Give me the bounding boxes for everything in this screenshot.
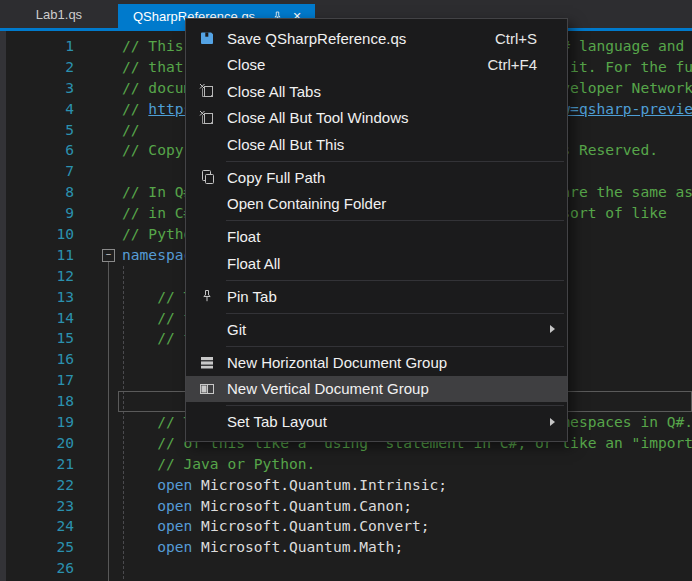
menu-item-label: Close All Tabs <box>227 83 567 100</box>
menu-item-open-containing-folder[interactable]: Open Containing Folder <box>186 191 567 218</box>
menu-item-close-all-but-this[interactable]: Close All But This <box>186 131 567 158</box>
menu-separator <box>186 310 567 317</box>
menu-item-shortcut: Ctrl+S <box>495 30 537 47</box>
copy-icon <box>186 169 227 185</box>
line-number: 2 <box>0 57 74 78</box>
line-number: 15 <box>0 328 74 349</box>
tab-lab1-qs[interactable]: Lab1.qs <box>0 0 118 28</box>
code-line[interactable]: 26 <box>0 558 692 579</box>
menu-item-copy-full-path[interactable]: Copy Full Path <box>186 164 567 191</box>
menu-separator <box>186 158 567 165</box>
code-token <box>122 476 157 493</box>
line-number: 19 <box>0 412 74 433</box>
menu-separator <box>186 277 567 284</box>
code-text <box>74 349 122 370</box>
line-number: 3 <box>0 78 74 99</box>
menu-item-close-all-tabs[interactable]: Close All Tabs <box>186 78 567 105</box>
menu-item-label: Pin Tab <box>227 288 567 305</box>
menu-item-new-vertical-document-group[interactable]: New Vertical Document Group <box>186 376 567 403</box>
code-token <box>122 497 157 514</box>
code-line[interactable]: 22 open Microsoft.Quantum.Intrinsic; <box>0 475 692 496</box>
horizontal-group-icon <box>186 354 227 370</box>
code-token: open <box>157 538 192 555</box>
line-number: 18 <box>0 391 74 412</box>
menu-item-pin-tab[interactable]: Pin Tab <box>186 283 567 310</box>
line-number: 25 <box>0 537 74 558</box>
submenu-arrow-icon <box>550 418 555 426</box>
line-number: 12 <box>0 266 74 287</box>
code-text <box>74 161 122 182</box>
line-number: 22 <box>0 475 74 496</box>
line-number: 9 <box>0 203 74 224</box>
menu-item-new-horizontal-document-group[interactable]: New Horizontal Document Group <box>186 349 567 376</box>
menu-item-float[interactable]: Float <box>186 224 567 251</box>
menu-item-label: Float <box>227 228 567 245</box>
menu-item-label: Save QSharpReference.qs <box>227 30 495 47</box>
menu-separator <box>186 402 567 409</box>
line-number: 8 <box>0 182 74 203</box>
menu-item-label: Open Containing Folder <box>227 195 567 212</box>
code-line[interactable]: 25 open Microsoft.Quantum.Math; <box>0 537 692 558</box>
code-line[interactable]: 23 open Microsoft.Quantum.Canon; <box>0 496 692 517</box>
code-text: open Microsoft.Quantum.Math; <box>74 537 403 558</box>
menu-item-label: New Horizontal Document Group <box>227 354 567 371</box>
line-number: 1 <box>0 36 74 57</box>
menu-item-close[interactable]: CloseCtrl+F4 <box>186 52 567 79</box>
close-all-tabs-icon <box>186 83 227 99</box>
line-number: 13 <box>0 287 74 308</box>
close-all-but-tool-windows-icon <box>186 110 227 126</box>
code-token: Microsoft.Quantum.Intrinsic; <box>192 476 447 493</box>
code-token: open <box>157 497 192 514</box>
menu-item-label: Float All <box>227 255 567 272</box>
code-token: // <box>122 121 140 138</box>
menu-item-label: Close All But Tool Windows <box>227 109 567 126</box>
line-number: 20 <box>0 433 74 454</box>
code-line[interactable]: 24 open Microsoft.Quantum.Convert; <box>0 516 692 537</box>
line-number: 11 <box>0 245 74 266</box>
line-number: 7 <box>0 161 74 182</box>
code-token: // Java or Python. <box>122 455 315 472</box>
code-text: open Microsoft.Quantum.Convert; <box>74 516 430 537</box>
code-text <box>74 266 122 287</box>
line-number: 10 <box>0 224 74 245</box>
menu-item-float-all[interactable]: Float All <box>186 250 567 277</box>
code-line[interactable]: 21 // Java or Python. <box>0 454 692 475</box>
submenu-arrow-icon <box>550 325 555 333</box>
save-icon <box>186 30 227 46</box>
fold-collapse-marker[interactable]: − <box>102 249 115 262</box>
line-number: 6 <box>0 140 74 161</box>
menu-item-label: Copy Full Path <box>227 169 567 186</box>
line-number: 5 <box>0 120 74 141</box>
code-token <box>122 517 157 534</box>
code-token: Microsoft.Quantum.Convert; <box>192 517 429 534</box>
line-number: 16 <box>0 349 74 370</box>
code-text <box>74 558 122 579</box>
menu-item-label: Git <box>227 321 550 338</box>
menu-item-label: New Vertical Document Group <box>227 380 567 397</box>
code-text: open Microsoft.Quantum.Canon; <box>74 496 412 517</box>
menu-item-label: Set Tab Layout <box>227 413 550 430</box>
menu-separator <box>186 217 567 224</box>
tab-context-menu: Save QSharpReference.qsCtrl+SCloseCtrl+F… <box>185 18 568 442</box>
code-token: // <box>122 100 148 117</box>
code-token <box>122 538 157 555</box>
menu-item-shortcut: Ctrl+F4 <box>487 56 537 73</box>
code-token: Microsoft.Quantum.Math; <box>192 538 403 555</box>
menu-item-set-tab-layout[interactable]: Set Tab Layout <box>186 409 567 436</box>
code-token: Microsoft.Quantum.Canon; <box>192 497 412 514</box>
code-token: open <box>157 476 192 493</box>
line-number: 14 <box>0 308 74 329</box>
code-text: open Microsoft.Quantum.Intrinsic; <box>74 475 447 496</box>
line-number: 17 <box>0 370 74 391</box>
menu-item-label: Close All But This <box>227 136 567 153</box>
menu-item-git[interactable]: Git <box>186 316 567 343</box>
menu-separator <box>186 343 567 350</box>
pin-icon <box>186 288 227 304</box>
code-text <box>74 370 122 391</box>
menu-item-label: Close <box>227 56 487 73</box>
code-text: // Java or Python. <box>74 454 315 475</box>
vertical-group-icon <box>186 381 227 397</box>
menu-item-close-all-but-tool-windows[interactable]: Close All But Tool Windows <box>186 105 567 132</box>
line-number: 26 <box>0 558 74 579</box>
menu-item-save-qsharpreference-qs[interactable]: Save QSharpReference.qsCtrl+S <box>186 25 567 52</box>
